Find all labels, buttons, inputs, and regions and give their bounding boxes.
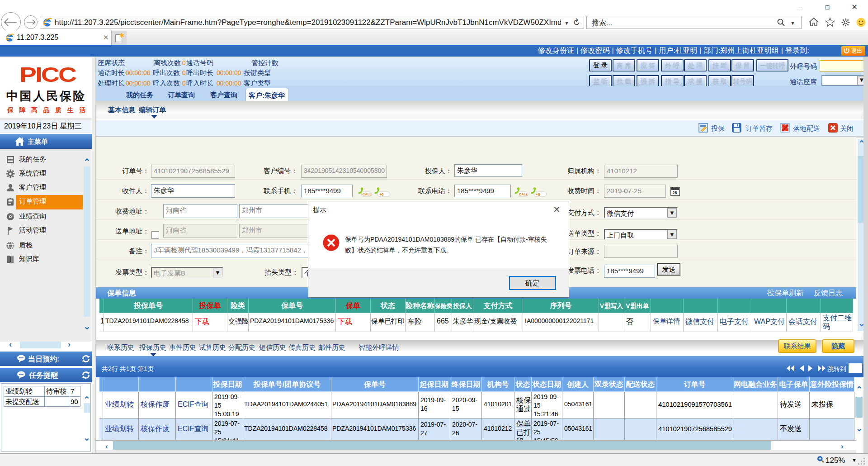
svg-text:28: 28	[673, 190, 677, 195]
svg-text:CALL: CALL	[519, 192, 528, 196]
svg-text:+0: +0	[379, 192, 384, 197]
svg-text:CALL: CALL	[363, 192, 372, 196]
svg-text:+0: +0	[536, 192, 540, 197]
